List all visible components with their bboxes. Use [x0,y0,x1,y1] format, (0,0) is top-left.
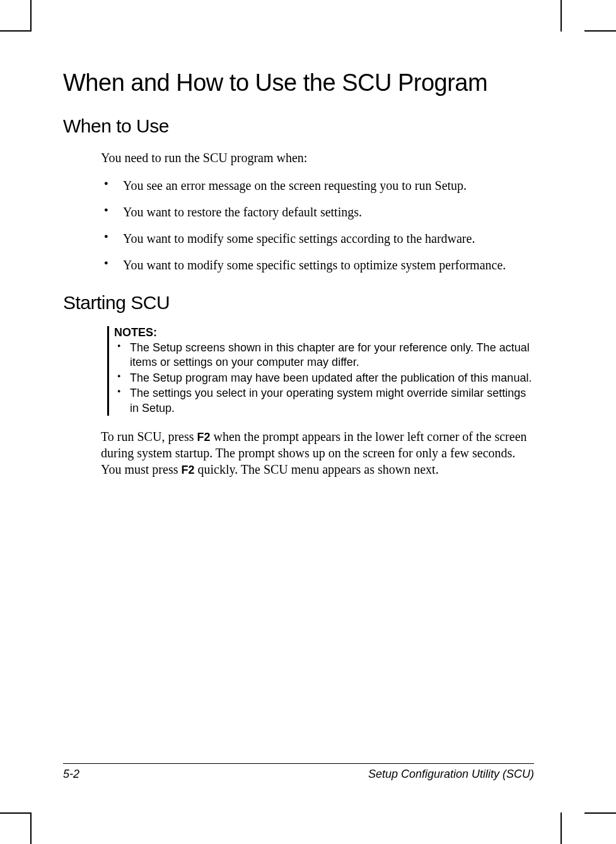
crop-mark [0,30,32,32]
crop-mark [0,812,32,814]
section-heading-when: When to Use [63,115,534,137]
notes-list: The Setup screens shown in this chapter … [114,341,534,416]
crop-mark [561,0,562,32]
run-text: To run SCU, press [101,430,197,443]
crop-mark [584,30,616,32]
list-item: You see an error message on the screen r… [101,177,534,194]
list-item: You want to modify some specific setting… [101,257,534,273]
crop-mark [584,812,616,814]
run-text: quickly. The SCU menu appears as shown n… [194,462,438,476]
page-footer: 5-2 Setup Configuration Utility (SCU) [63,763,534,781]
crop-mark [30,812,32,844]
note-item: The Setup screens shown in this chapter … [114,341,534,370]
page-content: When and How to Use the SCU Program When… [63,69,534,762]
intro-text: You need to run the SCU program when: [101,149,534,166]
list-item: You want to modify some specific setting… [101,230,534,247]
list-item: You want to restore the factory default … [101,204,534,220]
run-paragraph: To run SCU, press F2 when the prompt app… [101,428,534,478]
note-item: The settings you select in your operatin… [114,386,534,416]
crop-mark [30,0,32,32]
crop-mark [561,812,562,844]
page-title: When and How to Use the SCU Program [63,69,534,97]
section-heading-starting: Starting SCU [63,292,534,314]
key-f2: F2 [197,431,211,443]
notes-box: NOTES: The Setup screens shown in this c… [107,326,534,416]
key-f2: F2 [181,464,194,476]
notes-label: NOTES: [114,326,534,339]
footer-title: Setup Configuration Utility (SCU) [368,768,534,781]
when-list: You see an error message on the screen r… [101,177,534,273]
page-number: 5-2 [63,768,79,781]
note-item: The Setup program may have been updated … [114,371,534,385]
